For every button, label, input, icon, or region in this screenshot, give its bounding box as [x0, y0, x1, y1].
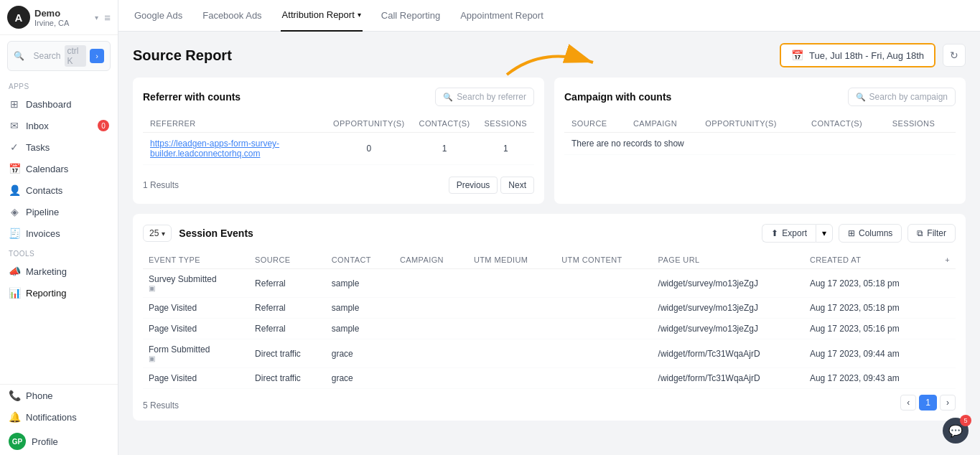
- page-prev-button[interactable]: ‹: [900, 395, 916, 411]
- search-bar[interactable]: 🔍 Search ctrl K ›: [7, 41, 111, 71]
- event-type-cell: Survey Submitted ▣: [143, 269, 249, 298]
- export-dropdown-button[interactable]: ▾: [816, 224, 833, 243]
- apps-section-label: Apps: [0, 77, 118, 93]
- phone-icon: 📞: [9, 390, 20, 401]
- col-contact: CONTACT: [326, 251, 394, 269]
- referrer-url: https://leadgen-apps-form-survey-builder…: [143, 133, 326, 165]
- event-type-cell: Page Visited: [143, 319, 249, 339]
- contact-cell[interactable]: sample: [326, 269, 394, 298]
- sidebar-item-inbox[interactable]: ✉ Inbox 0: [0, 115, 118, 136]
- contact-cell[interactable]: grace: [326, 339, 394, 368]
- source-cell: Referral: [249, 269, 326, 298]
- sidebar-item-calendars[interactable]: 📅 Calendars: [0, 158, 118, 179]
- nav-appointment-report[interactable]: Appointment Report: [459, 0, 545, 32]
- table-row: Form Submitted ▣ Direct traffic grace /w…: [143, 339, 956, 368]
- source-cell[interactable]: Direct traffic: [249, 339, 326, 368]
- session-results: 5 Results: [143, 400, 179, 411]
- contact-cell[interactable]: grace: [326, 368, 394, 389]
- campaign-card-header: Campaign with counts 🔍 Search by campaig…: [564, 88, 956, 106]
- campaign-search-placeholder: Search by campaign: [869, 92, 948, 102]
- sidebar-item-label: Phone: [26, 390, 53, 401]
- sidebar-item-marketing[interactable]: 📣 Marketing: [0, 261, 118, 282]
- pagination: ‹ 1 ›: [900, 395, 956, 411]
- sidebar-item-tasks[interactable]: ✓ Tasks: [0, 136, 118, 158]
- campaign-search[interactable]: 🔍 Search by campaign: [848, 88, 956, 106]
- col-campaign: CAMPAIGN: [626, 115, 698, 133]
- campaign-card-title: Campaign with counts: [564, 91, 671, 103]
- menu-toggle-icon[interactable]: ≡: [104, 11, 111, 24]
- sidebar-item-label: Invoices: [26, 228, 60, 239]
- col-source: SOURCE: [564, 115, 626, 133]
- sidebar-item-reporting[interactable]: 📊 Reporting: [0, 282, 118, 304]
- col-created-at: CREATED AT: [804, 251, 939, 269]
- content-area: Source Report 📅 Tue, Jul 18t: [118, 32, 980, 455]
- col-opportunities: OPPORTUNITY(S): [326, 115, 412, 133]
- page-1-button[interactable]: 1: [919, 395, 937, 411]
- next-button[interactable]: Next: [500, 177, 534, 194]
- utm-medium-cell: [468, 298, 556, 319]
- utm-content-cell: [556, 339, 652, 368]
- chevron-down-icon[interactable]: ▾: [95, 14, 98, 22]
- table-row: https://leadgen-apps-form-survey-builder…: [143, 133, 534, 165]
- campaign-table: SOURCE CAMPAIGN OPPORTUNITY(S) CONTACT(S…: [564, 115, 956, 155]
- avatar: A: [7, 6, 30, 29]
- search-referrer-icon: 🔍: [443, 93, 453, 102]
- attribution-report-arrow-icon: ▾: [358, 11, 361, 19]
- sidebar-item-label: Dashboard: [26, 99, 72, 110]
- contact-cell[interactable]: sample: [326, 298, 394, 319]
- nav-facebook-ads[interactable]: Facebook Ads: [201, 0, 263, 32]
- page-url-cell: /widget/survey/mo13jeZgJ: [653, 269, 804, 298]
- nav-google-ads[interactable]: Google Ads: [133, 0, 184, 32]
- user-info: Demo Irvine, CA: [34, 8, 90, 27]
- campaign-card: Campaign with counts 🔍 Search by campaig…: [554, 78, 966, 204]
- utm-content-cell: [556, 298, 652, 319]
- col-referrer: REFERRER: [143, 115, 326, 133]
- table-row: There are no records to show: [564, 133, 956, 155]
- row-action-cell: [939, 319, 956, 339]
- no-records-message: There are no records to show: [564, 133, 956, 155]
- col-contacts: CONTACT(S): [804, 115, 885, 133]
- source-cell[interactable]: Direct traffic: [249, 368, 326, 389]
- row-action-cell: [939, 368, 956, 389]
- contact-cell[interactable]: sample: [326, 319, 394, 339]
- nav-attribution-report[interactable]: Attribution Report ▾: [281, 0, 363, 32]
- per-page-select[interactable]: 25 ▾: [143, 225, 172, 242]
- refresh-button[interactable]: ↻: [943, 44, 966, 67]
- nav-call-reporting[interactable]: Call Reporting: [380, 0, 442, 32]
- prev-button[interactable]: Previous: [449, 177, 498, 194]
- page-next-button[interactable]: ›: [940, 395, 956, 411]
- sidebar-item-phone[interactable]: 📞 Phone: [0, 385, 118, 406]
- col-campaign: CAMPAIGN: [394, 251, 468, 269]
- search-campaign-icon: 🔍: [856, 93, 866, 102]
- sidebar-item-label: Tasks: [26, 142, 50, 153]
- col-utm-content: UTM CONTENT: [556, 251, 652, 269]
- filter-button[interactable]: ⧉ Filter: [907, 224, 956, 243]
- filter-icon: ⧉: [917, 228, 923, 238]
- referrer-search[interactable]: 🔍 Search by referrer: [435, 88, 534, 106]
- date-range-picker[interactable]: 📅 Tue, Jul 18th - Fri, Aug 18th: [780, 43, 935, 67]
- sidebar-item-profile[interactable]: GP Profile: [0, 428, 118, 455]
- event-type-cell: Page Visited: [143, 298, 249, 319]
- page-header: Source Report 📅 Tue, Jul 18t: [133, 43, 966, 67]
- per-page-value: 25: [149, 228, 159, 238]
- sidebar-item-pipeline[interactable]: ◈ Pipeline: [0, 201, 118, 222]
- referrer-table: REFERRER OPPORTUNITY(S) CONTACT(S) SESSI…: [143, 115, 534, 165]
- referrer-sessions: 1: [477, 133, 534, 165]
- header-right: 📅 Tue, Jul 18th - Fri, Aug 18th ↻: [773, 43, 966, 67]
- chat-badge: 5: [960, 415, 971, 426]
- columns-button[interactable]: ⊞ Columns: [839, 224, 902, 243]
- search-nav-icon[interactable]: ›: [90, 49, 104, 63]
- export-button[interactable]: ⬆ Export: [762, 224, 816, 243]
- reporting-icon: 📊: [9, 287, 20, 299]
- campaign-cell: [394, 339, 468, 368]
- sidebar-item-invoices[interactable]: 🧾 Invoices: [0, 222, 118, 244]
- utm-medium-cell: [468, 319, 556, 339]
- sidebar-item-contacts[interactable]: 👤 Contacts: [0, 179, 118, 201]
- row-action-cell: [939, 298, 956, 319]
- col-sessions: SESSIONS: [477, 115, 534, 133]
- sidebar-item-notifications[interactable]: 🔔 Notifications: [0, 406, 118, 428]
- sidebar-item-dashboard[interactable]: ⊞ Dashboard: [0, 93, 118, 115]
- referrer-card: Referrer with counts 🔍 Search by referre…: [133, 78, 544, 204]
- chat-bubble[interactable]: 💬 5: [943, 418, 969, 444]
- campaign-cell: [394, 319, 468, 339]
